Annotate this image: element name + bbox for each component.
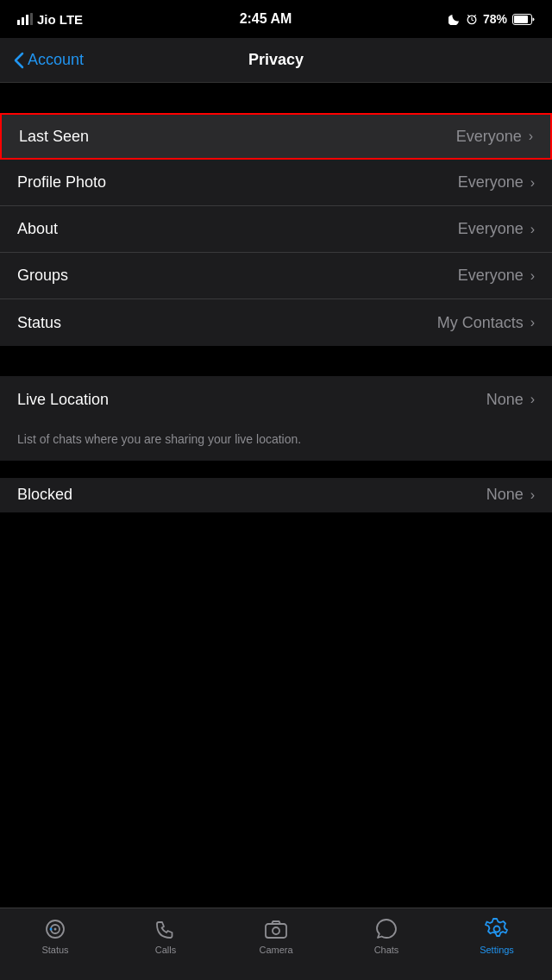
chats-icon xyxy=(373,917,399,941)
tab-camera-label: Camera xyxy=(259,945,292,955)
about-chevron: › xyxy=(530,222,535,237)
status-privacy-row[interactable]: Status My Contacts › xyxy=(0,299,552,346)
status-privacy-label: Status xyxy=(17,314,61,332)
blocked-label: Blocked xyxy=(17,486,72,504)
svg-rect-0 xyxy=(17,20,20,25)
tab-status-label: Status xyxy=(41,945,68,955)
svg-rect-3 xyxy=(30,13,33,25)
live-location-value: None › xyxy=(486,391,535,409)
status-time: 2:45 AM xyxy=(240,11,292,27)
svg-rect-6 xyxy=(514,16,528,23)
last-seen-value: Everyone › xyxy=(456,128,533,146)
svg-rect-1 xyxy=(22,17,24,25)
back-label: Account xyxy=(28,51,84,69)
tab-settings-label: Settings xyxy=(480,945,514,955)
back-button[interactable]: Account xyxy=(14,51,84,69)
about-row[interactable]: About Everyone › xyxy=(0,206,552,253)
svg-point-9 xyxy=(54,928,57,931)
status-carrier: Jio LTE xyxy=(17,12,83,27)
tab-calls-label: Calls xyxy=(155,945,176,955)
tab-settings[interactable]: Settings xyxy=(467,917,527,955)
section-gap-mid xyxy=(0,346,552,376)
svg-point-13 xyxy=(494,927,500,933)
live-location-description: List of chats where you are sharing your… xyxy=(0,423,552,461)
settings-icon xyxy=(484,917,510,941)
svg-point-10 xyxy=(50,928,53,931)
blocked-value: None › xyxy=(486,486,535,504)
blocked-list-section: Blocked None › xyxy=(0,478,552,512)
groups-chevron: › xyxy=(530,268,535,284)
status-privacy-chevron: › xyxy=(530,315,535,330)
status-icon xyxy=(42,917,68,941)
tab-chats-label: Chats xyxy=(374,945,399,955)
profile-photo-label: Profile Photo xyxy=(17,173,106,192)
live-location-label: Live Location xyxy=(17,391,109,409)
groups-value: Everyone › xyxy=(458,267,535,285)
last-seen-label: Last Seen xyxy=(19,128,89,146)
svg-rect-2 xyxy=(26,15,28,25)
blocked-chevron: › xyxy=(530,487,535,503)
last-seen-row[interactable]: Last Seen Everyone › xyxy=(0,113,552,160)
status-privacy-value: My Contacts › xyxy=(437,314,535,332)
about-label: About xyxy=(17,220,58,238)
svg-point-12 xyxy=(273,927,279,934)
carrier-label: Jio LTE xyxy=(37,12,83,27)
groups-label: Groups xyxy=(17,267,68,285)
live-location-chevron: › xyxy=(530,392,535,407)
groups-row[interactable]: Groups Everyone › xyxy=(0,253,552,299)
tab-calls[interactable]: Calls xyxy=(135,917,196,955)
location-list-section: Live Location None › xyxy=(0,376,552,423)
section-gap-top xyxy=(0,83,552,113)
page-title: Privacy xyxy=(248,51,304,69)
calls-icon xyxy=(153,917,179,941)
about-value: Everyone › xyxy=(458,220,535,238)
section-gap-bottom xyxy=(0,461,552,478)
blocked-row[interactable]: Blocked None › xyxy=(0,478,552,512)
tab-status[interactable]: Status xyxy=(25,917,85,955)
nav-bar: Account Privacy xyxy=(0,38,552,83)
profile-photo-chevron: › xyxy=(530,175,535,191)
status-bar: Jio LTE 2:45 AM 78% xyxy=(0,0,552,38)
tab-bar: Status Calls Camera Chats xyxy=(0,908,552,980)
tab-chats[interactable]: Chats xyxy=(356,917,417,955)
last-seen-chevron: › xyxy=(529,129,533,144)
tab-camera[interactable]: Camera xyxy=(246,917,306,955)
profile-photo-value: Everyone › xyxy=(458,173,535,192)
battery-label: 78% xyxy=(483,12,507,26)
camera-icon xyxy=(263,917,289,941)
svg-rect-11 xyxy=(266,924,286,938)
status-right-icons: 78% xyxy=(448,12,535,26)
live-location-row[interactable]: Live Location None › xyxy=(0,376,552,423)
profile-photo-row[interactable]: Profile Photo Everyone › xyxy=(0,160,552,206)
privacy-list-section: Last Seen Everyone › Profile Photo Every… xyxy=(0,113,552,346)
